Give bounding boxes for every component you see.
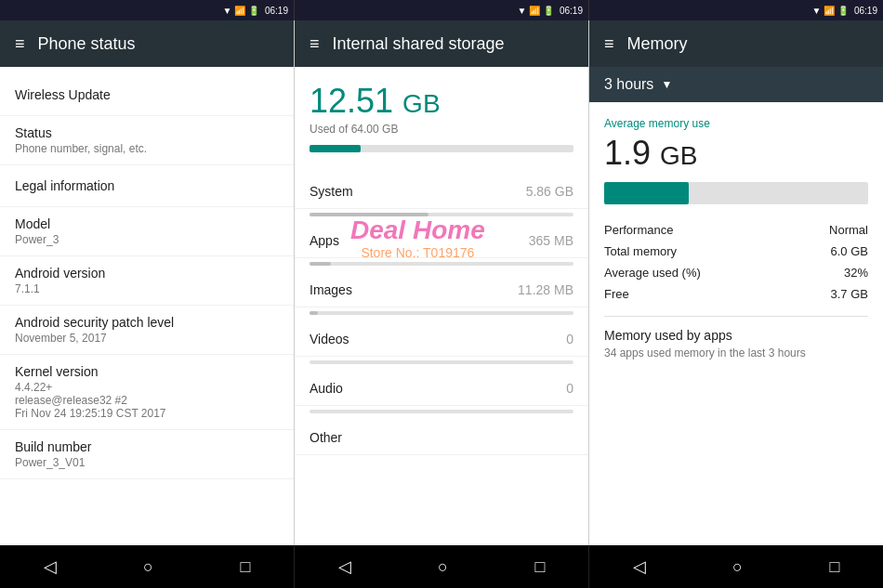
avg-used-value: 32% <box>844 266 868 280</box>
apps-label: Apps <box>310 233 339 248</box>
android-version-title: Android version <box>15 266 279 281</box>
memory-panel: ≡ Memory 3 hours ▼ Average memory use 1.… <box>589 20 883 545</box>
storage-content: 12.51 GB Used of 64.00 GB System 5.86 GB… <box>295 67 588 545</box>
free-memory-stat: Free 3.7 GB <box>604 283 868 305</box>
recent-button-2[interactable]: □ <box>520 550 560 584</box>
performance-label: Performance <box>604 223 673 237</box>
android-version-item[interactable]: Android version 7.1.1 <box>0 256 294 306</box>
storage-item-videos[interactable]: Videos 0 <box>295 322 588 357</box>
status-item[interactable]: Status Phone number, signal, etc. <box>0 116 294 165</box>
avg-unit: GB <box>660 141 697 170</box>
build-number-value: Power_3_V01 <box>15 456 279 469</box>
status-title: Status <box>15 125 279 140</box>
system-size: 5.86 GB <box>526 184 573 199</box>
build-number-item[interactable]: Build number Power_3_V01 <box>0 430 294 479</box>
home-button-3[interactable]: ○ <box>718 550 758 584</box>
storage-summary: 12.51 GB Used of 64.00 GB <box>295 67 588 175</box>
status-bar-2: ▼ 📶 🔋 06:19 <box>295 0 589 20</box>
menu-icon-3[interactable]: ≡ <box>604 34 614 54</box>
storage-bar-fill <box>310 145 361 152</box>
model-title: Model <box>15 216 279 231</box>
avg-used-label: Average used (%) <box>604 266 701 280</box>
videos-size: 0 <box>566 332 573 346</box>
legal-item[interactable]: Legal information <box>0 165 294 207</box>
phone-status-content: Wireless Update Status Phone number, sig… <box>0 67 294 545</box>
android-version-value: 7.1.1 <box>15 282 279 295</box>
memory-header: ≡ Memory <box>589 20 883 67</box>
watermark-text: Deal Home <box>350 216 485 245</box>
status-bar-1: ▼ 📶 🔋 06:19 <box>0 0 295 20</box>
memory-divider <box>604 316 868 317</box>
free-memory-value: 3.7 GB <box>831 287 868 301</box>
storage-item-system[interactable]: System 5.86 GB <box>295 175 588 209</box>
storage-item-other[interactable]: Other <box>295 421 588 455</box>
recent-button-1[interactable]: □ <box>225 550 265 584</box>
back-button-3[interactable]: ◁ <box>618 549 661 584</box>
total-memory-value: 6.0 GB <box>831 244 868 258</box>
avg-number: 1.9 <box>604 134 651 172</box>
back-button-2[interactable]: ◁ <box>323 549 366 584</box>
status-icons-3: ▼ 📶 🔋 <box>812 6 849 16</box>
storage-item-audio[interactable]: Audio 0 <box>295 372 588 406</box>
avg-used-stat: Average used (%) 32% <box>604 262 868 283</box>
kernel-version-value: 4.4.22+ release@release32 #2 Fri Nov 24 … <box>15 381 279 420</box>
images-label: Images <box>310 282 352 297</box>
status-time-1: 06:19 <box>265 6 288 16</box>
main-panels: ≡ Phone status Wireless Update Status Ph… <box>0 20 883 545</box>
videos-label: Videos <box>310 332 349 346</box>
back-button-1[interactable]: ◁ <box>29 549 72 584</box>
status-time-2: 06:19 <box>560 6 583 16</box>
time-selector[interactable]: 3 hours ▼ <box>589 67 883 102</box>
free-memory-label: Free <box>604 287 629 301</box>
menu-icon-2[interactable]: ≡ <box>310 34 320 54</box>
storage-header: ≡ Internal shared storage <box>295 20 588 67</box>
time-label: 3 hours <box>604 76 653 93</box>
status-time-3: 06:19 <box>854 6 877 16</box>
videos-bar <box>310 360 573 364</box>
menu-icon-1[interactable]: ≡ <box>15 34 25 54</box>
performance-value: Normal <box>829 223 868 237</box>
kernel-version-item[interactable]: Kernel version 4.4.22+ release@release32… <box>0 355 294 430</box>
memory-apps-sub: 34 apps used memory in the last 3 hours <box>604 346 868 359</box>
memory-stats: Average memory use 1.9 GB Performance No… <box>589 102 883 374</box>
nav-bars: ◁ ○ □ ◁ ○ □ ◁ ○ □ <box>0 545 883 588</box>
build-number-title: Build number <box>15 439 279 454</box>
storage-title: Internal shared storage <box>333 34 505 54</box>
avg-memory-label: Average memory use <box>604 117 868 130</box>
time-dropdown-arrow: ▼ <box>661 78 672 91</box>
watermark-subtext: Store No.: T019176 <box>350 245 485 260</box>
status-bars: ▼ 📶 🔋 06:19 ▼ 📶 🔋 06:19 ▼ 📶 🔋 06:19 <box>0 0 883 20</box>
recent-button-3[interactable]: □ <box>814 550 854 584</box>
nav-bar-3: ◁ ○ □ <box>589 545 883 588</box>
storage-item-images[interactable]: Images 11.28 MB <box>295 273 588 307</box>
storage-bar <box>310 145 573 152</box>
storage-used-of: Used of 64.00 GB <box>310 123 573 136</box>
memory-bar-fill <box>604 182 689 204</box>
system-label: System <box>310 184 353 199</box>
phone-status-title: Phone status <box>38 34 136 54</box>
kernel-version-title: Kernel version <box>15 364 279 379</box>
model-item[interactable]: Model Power_3 <box>0 207 294 256</box>
memory-title: Memory <box>627 34 688 54</box>
home-button-2[interactable]: ○ <box>423 550 463 584</box>
wireless-update-label: Wireless Update <box>15 87 279 102</box>
home-button-1[interactable]: ○ <box>128 550 168 584</box>
images-size: 11.28 MB <box>518 282 573 297</box>
total-memory-label: Total memory <box>604 244 677 258</box>
security-patch-item[interactable]: Android security patch level November 5,… <box>0 306 294 355</box>
phone-status-header: ≡ Phone status <box>0 20 294 67</box>
performance-stat: Performance Normal <box>604 219 868 241</box>
audio-size: 0 <box>566 381 573 396</box>
model-value: Power_3 <box>15 233 279 246</box>
status-value: Phone number, signal, etc. <box>15 142 279 155</box>
avg-memory-value: 1.9 GB <box>604 134 868 173</box>
status-icons-2: ▼ 📶 🔋 <box>518 6 554 16</box>
wireless-update-item[interactable]: Wireless Update <box>0 74 294 116</box>
memory-usage-bar <box>604 182 868 204</box>
total-memory-stat: Total memory 6.0 GB <box>604 241 868 262</box>
security-patch-value: November 5, 2017 <box>15 332 279 345</box>
apps-size: 365 MB <box>529 233 573 248</box>
storage-used-number: 12.51 <box>310 82 393 120</box>
phone-status-list: Wireless Update Status Phone number, sig… <box>0 67 294 487</box>
nav-bar-1: ◁ ○ □ <box>0 545 295 588</box>
